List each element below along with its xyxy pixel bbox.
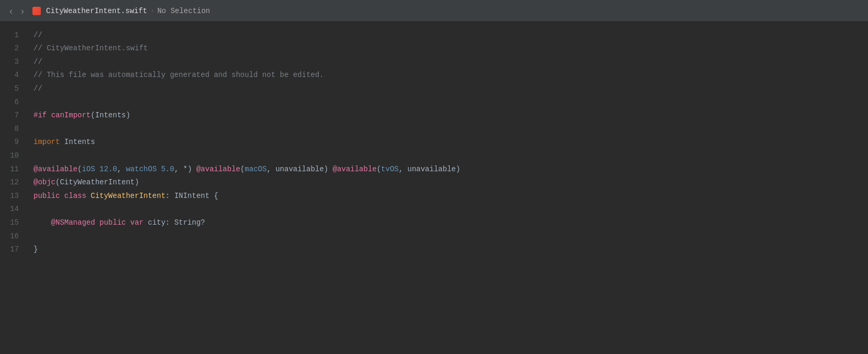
token-comment-3: // <box>34 56 42 68</box>
token-paren-objc1: ( <box>55 176 60 188</box>
swift-file-icon <box>32 7 41 15</box>
token-space <box>47 109 51 121</box>
titlebar: ‹ › CityWeatherIntent.swift › No Selecti… <box>0 0 868 22</box>
line-num-13: 13 <box>4 189 19 203</box>
navigation-buttons: ‹ › <box>6 5 27 17</box>
token-comma4: , <box>398 163 407 175</box>
code-line-9: import Intents <box>29 136 868 149</box>
line-num-11: 11 <box>4 162 19 176</box>
token-space2 <box>60 136 64 148</box>
token-canimport: canImport <box>51 109 91 121</box>
token-tvos: tvOS <box>381 163 399 175</box>
token-inintent: INIntent <box>174 190 214 202</box>
token-public2: public <box>99 217 126 228</box>
code-content[interactable]: // // CityWeatherIntent.swift // // This… <box>27 22 868 354</box>
code-line-15: @NSManaged public var city : String? <box>29 216 868 229</box>
token-sp6 <box>126 217 130 228</box>
token-intents-arg: Intents <box>95 109 126 121</box>
token-paren-open: ( <box>91 109 95 121</box>
line-num-10: 10 <box>4 149 19 162</box>
token-at1: @available <box>34 163 77 175</box>
token-sp <box>95 163 99 175</box>
token-star: * <box>183 163 187 175</box>
token-comma1: , <box>117 163 126 175</box>
line-num-14: 14 <box>4 203 19 216</box>
line-num-3: 3 <box>4 55 19 69</box>
line-num-2: 2 <box>4 42 19 56</box>
line-num-16: 16 <box>4 229 19 243</box>
token-comma3: , <box>266 163 275 175</box>
token-paren6: ) <box>456 163 460 175</box>
forward-button[interactable]: › <box>18 5 27 17</box>
line-num-15: 15 <box>4 216 19 229</box>
code-line-7: #if canImport ( Intents ) <box>29 109 868 123</box>
token-sp5 <box>95 217 99 228</box>
token-comment-5: // <box>34 83 42 94</box>
line-numbers: 1 2 3 4 5 6 7 8 9 10 11 12 13 14 15 16 1… <box>0 22 27 354</box>
token-intents: Intents <box>64 136 95 148</box>
token-nsmanaged: @NSManaged <box>51 217 95 228</box>
token-ios: iOS <box>82 163 95 175</box>
token-brace-close: } <box>34 244 38 255</box>
line-num-1: 1 <box>4 28 19 42</box>
code-line-1: // <box>29 28 868 42</box>
token-brace-open: { <box>214 190 218 202</box>
token-comment-1: // <box>34 29 42 41</box>
token-sp3 <box>60 190 64 202</box>
code-line-16 <box>29 229 868 243</box>
code-line-6 <box>29 95 868 109</box>
code-line-13: public class CityWeatherIntent : INInten… <box>29 189 868 203</box>
back-button[interactable]: ‹ <box>6 5 16 17</box>
token-colon: : <box>165 190 174 202</box>
token-paren-close: ) <box>126 109 130 121</box>
code-line-10 <box>29 149 868 162</box>
token-comma2: , <box>174 163 183 175</box>
code-line-14 <box>29 203 868 216</box>
token-import-kw: import <box>34 136 60 148</box>
token-objc-attr: @objc <box>34 176 55 188</box>
line-num-5: 5 <box>4 82 19 95</box>
token-type: String? <box>174 217 205 228</box>
token-sp7 <box>143 217 148 228</box>
token-watch-ver: 5.0 <box>161 163 174 175</box>
token-unavail2: unavailable <box>407 163 455 175</box>
token-colon2: : <box>165 217 174 228</box>
token-paren5: ( <box>376 163 381 175</box>
token-unavail1: unavailable <box>275 163 324 175</box>
line-num-12: 12 <box>4 176 19 190</box>
breadcrumb-filename: CityWeatherIntent.swift <box>46 7 147 15</box>
token-paren1: ( <box>77 163 82 175</box>
token-varname: city <box>148 217 165 228</box>
token-public: public <box>34 190 60 202</box>
code-line-8 <box>29 122 868 136</box>
token-if: #if <box>34 109 47 121</box>
token-paren2: ) <box>187 163 196 175</box>
breadcrumb-separator: › <box>150 7 154 15</box>
token-objc-name: CityWeatherIntent <box>60 176 135 188</box>
token-watchos: watchOS <box>126 163 157 175</box>
code-line-4: // This file was automatically generated… <box>29 69 868 82</box>
code-line-3: // <box>29 55 868 69</box>
breadcrumb: CityWeatherIntent.swift › No Selection <box>46 7 210 15</box>
token-comment-2: // CityWeatherIntent.swift <box>34 42 148 54</box>
code-line-2: // CityWeatherIntent.swift <box>29 42 868 56</box>
token-ios-ver: 12.0 <box>99 163 117 175</box>
code-line-17: } <box>29 243 868 257</box>
token-sp4 <box>86 190 91 202</box>
line-num-6: 6 <box>4 95 19 109</box>
line-num-7: 7 <box>4 109 19 123</box>
line-num-4: 4 <box>4 69 19 82</box>
token-at2: @available <box>196 163 240 175</box>
line-num-17: 17 <box>4 243 19 257</box>
token-comment-4: // This file was automatically generated… <box>34 69 324 81</box>
token-macos: macOS <box>244 163 266 175</box>
token-at3: @available <box>332 163 376 175</box>
token-indent <box>34 217 51 228</box>
code-line-12: @objc ( CityWeatherIntent ) <box>29 176 868 190</box>
token-classname: CityWeatherIntent <box>91 190 165 202</box>
code-line-5: // <box>29 82 868 95</box>
token-paren-objc2: ) <box>135 176 139 188</box>
line-num-9: 9 <box>4 136 19 149</box>
code-line-11: @available ( iOS 12.0 , watchOS 5.0 , * … <box>29 162 868 176</box>
breadcrumb-selection: No Selection <box>157 7 210 15</box>
